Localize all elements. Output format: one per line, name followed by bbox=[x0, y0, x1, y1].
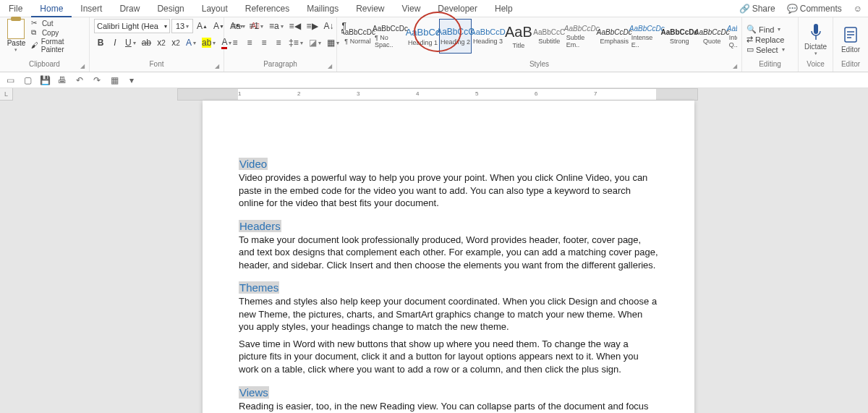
paragraph-launcher[interactable]: ◢ bbox=[328, 63, 335, 70]
indent-inc-button[interactable]: ≡▶ bbox=[305, 19, 320, 33]
page[interactable]: VideoVideo provides a powerful way to he… bbox=[203, 101, 694, 413]
font-size-combo[interactable]: 13 bbox=[171, 19, 193, 33]
qat-open-icon[interactable]: ▢ bbox=[22, 74, 33, 86]
tab-help[interactable]: Help bbox=[486, 0, 522, 17]
justify-button[interactable]: ≡ bbox=[272, 35, 285, 50]
format-painter-button[interactable]: 🖌Format Painter bbox=[31, 38, 85, 54]
svg-rect-0 bbox=[814, 24, 818, 34]
style-intense-q--[interactable]: AaBbCcDcIntense Q.. bbox=[728, 19, 737, 54]
replace-button[interactable]: ⇄Replace bbox=[746, 35, 785, 44]
qat-save-icon[interactable]: 💾 bbox=[39, 74, 51, 86]
share-icon: 🔗 bbox=[739, 4, 750, 14]
tab-home[interactable]: Home bbox=[31, 0, 72, 17]
document-body[interactable]: VideoVideo provides a powerful way to he… bbox=[239, 158, 658, 413]
text-effects-button[interactable]: A bbox=[184, 35, 198, 50]
tab-developer[interactable]: Developer bbox=[429, 0, 486, 17]
shading-button[interactable]: ◪ bbox=[307, 35, 323, 50]
italic-button[interactable]: I bbox=[109, 35, 122, 50]
tab-design[interactable]: Design bbox=[148, 0, 192, 17]
body-paragraph[interactable]: Themes and styles also help keep your do… bbox=[239, 295, 658, 333]
ribbon: Paste ▾ ✂Cut ⧉Copy 🖌Format Painter Clipb… bbox=[0, 17, 868, 72]
group-label: Paragraph bbox=[229, 60, 332, 70]
multilevel-button[interactable]: ≡a bbox=[267, 19, 286, 33]
style-subtle-em--[interactable]: AaBbCcDcSubtle Em.. bbox=[566, 19, 598, 54]
cut-button[interactable]: ✂Cut bbox=[31, 19, 85, 27]
style-heading-1[interactable]: AaBbCcHeading 1 bbox=[407, 19, 439, 54]
select-button[interactable]: ▭Select bbox=[746, 45, 785, 54]
qat-more-icon[interactable]: ▾ bbox=[126, 74, 137, 86]
style---no-spac--[interactable]: AaBbCcDc¶ No Spac.. bbox=[374, 19, 407, 54]
heading-themes[interactable]: Themes bbox=[239, 281, 658, 294]
body-paragraph[interactable]: Reading is easier, too, in the new Readi… bbox=[239, 400, 658, 413]
body-paragraph[interactable]: To make your document look professionall… bbox=[239, 234, 658, 272]
paste-button[interactable]: Paste ▾ bbox=[4, 19, 28, 53]
group-label: Styles bbox=[341, 60, 737, 70]
group-label: Voice bbox=[803, 60, 828, 70]
group-voice: Dictate▾ Voice bbox=[799, 17, 833, 72]
body-paragraph[interactable]: Save time in Word with new buttons that … bbox=[239, 338, 658, 376]
sort-button[interactable]: A↓ bbox=[322, 19, 336, 33]
tab-file[interactable]: File bbox=[0, 0, 31, 17]
grow-font-button[interactable]: A▲ bbox=[195, 19, 210, 33]
dictate-button[interactable]: Dictate▾ bbox=[803, 22, 828, 56]
tab-references[interactable]: References bbox=[237, 0, 298, 17]
underline-button[interactable]: U bbox=[123, 35, 138, 50]
align-center-button[interactable]: ≡ bbox=[243, 35, 256, 50]
document-canvas[interactable]: L 1234567 VideoVideo provides a powerful… bbox=[0, 88, 868, 413]
style-strong[interactable]: AaBbCcDcStrong bbox=[663, 19, 696, 54]
style---normal[interactable]: AaBbCcDc¶ Normal bbox=[341, 19, 374, 54]
subscript-button[interactable]: x2 bbox=[155, 35, 168, 50]
body-paragraph[interactable]: Video provides a powerful way to help yo… bbox=[239, 171, 658, 210]
copy-button[interactable]: ⧉Copy bbox=[31, 28, 85, 37]
tab-draw[interactable]: Draw bbox=[111, 0, 148, 17]
superscript-button[interactable]: x2 bbox=[169, 35, 182, 50]
replace-icon: ⇄ bbox=[746, 35, 753, 44]
qat-undo-icon[interactable]: ↶ bbox=[74, 74, 85, 86]
indent-dec-button[interactable]: ≡◀ bbox=[287, 19, 303, 33]
tab-view[interactable]: View bbox=[393, 0, 430, 17]
font-family-combo[interactable]: Calibri Light (Hea▾ bbox=[94, 19, 170, 33]
tab-review[interactable]: Review bbox=[347, 0, 393, 17]
style-heading-2[interactable]: AaBbCcCHeading 2 bbox=[439, 19, 472, 54]
group-clipboard: Paste ▾ ✂Cut ⧉Copy 🖌Format Painter Clipb… bbox=[0, 17, 90, 72]
horizontal-ruler[interactable]: 1234567 bbox=[177, 88, 698, 101]
font-launcher[interactable]: ◢ bbox=[215, 63, 222, 70]
heading-views[interactable]: Views bbox=[239, 386, 658, 399]
editor-button[interactable]: Editor bbox=[838, 25, 864, 54]
line-spacing-button[interactable]: ‡≡ bbox=[286, 35, 305, 50]
group-editing: 🔍Find ⇄Replace ▭Select Editing bbox=[742, 17, 799, 72]
find-button[interactable]: 🔍Find bbox=[746, 25, 785, 34]
qat-table-icon[interactable]: ▦ bbox=[109, 74, 120, 86]
style-title[interactable]: AaBTitle bbox=[504, 19, 533, 54]
cut-icon: ✂ bbox=[31, 19, 40, 27]
numbering-button[interactable]: ≡1 bbox=[247, 19, 265, 33]
bold-button[interactable]: B bbox=[94, 35, 107, 50]
style-quote[interactable]: AaBbCcDcQuote bbox=[696, 19, 728, 54]
clipboard-launcher[interactable]: ◢ bbox=[80, 63, 88, 70]
align-right-button[interactable]: ≡ bbox=[258, 35, 271, 50]
tab-layout[interactable]: Layout bbox=[193, 0, 237, 17]
comments-button[interactable]: 💬Comments bbox=[781, 4, 848, 14]
style-emphasis[interactable]: AaBbCcDcEmphasis bbox=[598, 19, 631, 54]
style-subtitle[interactable]: AaBbCcCSubtitle bbox=[533, 19, 566, 54]
tab-insert[interactable]: Insert bbox=[72, 0, 111, 17]
styles-launcher[interactable]: ◢ bbox=[733, 63, 740, 70]
qat-new-icon[interactable]: ▭ bbox=[4, 74, 16, 86]
share-button[interactable]: 🔗Share bbox=[733, 4, 781, 14]
bullets-button[interactable]: ≡• bbox=[229, 19, 245, 33]
strike-button[interactable]: ab bbox=[140, 35, 153, 50]
group-paragraph: ≡• ≡1 ≡a ≡◀ ≡▶ A↓ ¶ ≡ ≡ ≡ ≡ ‡≡ ◪ ▦ Parag… bbox=[224, 17, 337, 72]
paste-icon bbox=[7, 19, 25, 39]
group-editor: Editor Editor bbox=[833, 17, 868, 72]
heading-video[interactable]: Video bbox=[239, 158, 658, 170]
highlight-button[interactable]: ab bbox=[200, 35, 218, 50]
heading-headers[interactable]: Headers bbox=[239, 220, 658, 232]
qat-redo-icon[interactable]: ↷ bbox=[91, 74, 103, 86]
align-left-button[interactable]: ≡ bbox=[229, 35, 242, 50]
face-icon[interactable]: ☺ bbox=[848, 4, 868, 14]
style-heading-3[interactable]: AaBbCcDHeading 3 bbox=[472, 19, 504, 54]
style-intense-e--[interactable]: AaBbCcDcIntense E.. bbox=[631, 19, 663, 54]
group-font: Calibri Light (Hea▾ 13 A▲ A▼ Aa A⃠ B I U… bbox=[90, 17, 224, 72]
tab-mailings[interactable]: Mailings bbox=[298, 0, 347, 17]
qat-print-icon[interactable]: 🖶 bbox=[56, 74, 68, 86]
